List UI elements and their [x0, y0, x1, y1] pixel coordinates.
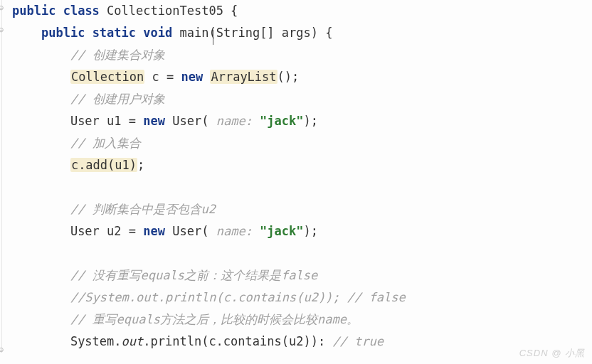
keyword: new — [143, 224, 165, 238]
code-line: User u2 = new User( name: "jack"); — [12, 220, 592, 242]
code-line: public class CollectionTest05 { — [12, 0, 592, 22]
code-line: // 加入集合 — [12, 132, 592, 154]
comment: // 加入集合 — [70, 136, 141, 150]
comment: // 创建用户对象 — [70, 92, 165, 106]
comment: //System.out.println(c.contains(u2)); //… — [70, 290, 406, 304]
code-line: //System.out.println(c.contains(u2)); //… — [12, 287, 592, 309]
keyword: static — [92, 26, 136, 40]
keyword: void — [143, 26, 172, 40]
fold-icon[interactable]: ⊖ — [0, 25, 7, 33]
highlighted-type: Collection — [70, 70, 144, 84]
parameter-hint: name: — [208, 224, 260, 238]
highlighted-call: c.add(u1) — [70, 158, 137, 172]
keyword: class — [63, 4, 100, 18]
comment: // 判断集合中是否包含u2 — [70, 202, 216, 216]
fold-icon[interactable]: ⊖ — [0, 345, 7, 353]
code-line — [12, 176, 592, 198]
comment: // 没有重写equals之前：这个结果是false — [70, 268, 317, 282]
code-line: Collection c = new ArrayList(); — [12, 66, 592, 88]
code-line: // 重写equals方法之后，比较的时候会比较name。 — [12, 309, 592, 331]
fold-icon[interactable]: ⊖ — [0, 3, 7, 11]
code-line — [12, 242, 592, 264]
watermark: CSDN @ 小黑 — [519, 347, 585, 360]
class-name: CollectionTest05 — [107, 4, 223, 18]
field-out: out — [122, 334, 144, 348]
code-line: public static void main(String[] args) { — [12, 22, 592, 44]
gutter: ⊖ ⊖ ⊖ — [0, 0, 7, 364]
keyword: public — [12, 4, 56, 18]
brace: { — [223, 4, 238, 18]
keyword: new — [181, 70, 203, 84]
code-line: // 没有重写equals之前：这个结果是false — [12, 264, 592, 287]
string-literal: "jack" — [260, 224, 303, 238]
code-line: // 判断集合中是否包含u2 — [12, 198, 592, 220]
type: String — [216, 26, 260, 40]
method-name: main — [180, 26, 209, 40]
code-line: System.out.println(c.contains(u2)): // t… — [12, 331, 592, 353]
code-line: User u1 = new User( name: "jack"); — [12, 110, 592, 132]
comment: // true — [332, 334, 384, 348]
keyword: new — [143, 114, 165, 128]
keyword: public — [41, 26, 85, 40]
code-line: // 创建用户对象 — [12, 88, 592, 110]
comment: // 重写equals方法之后，比较的时候会比较name。 — [70, 312, 359, 326]
code-line: // 创建集合对象 — [12, 44, 592, 66]
parameter-hint: name: — [208, 114, 260, 128]
string-literal: "jack" — [260, 114, 303, 128]
code-line: c.add(u1); — [12, 154, 592, 176]
highlighted-type: ArrayList — [210, 70, 277, 84]
code-editor[interactable]: public class CollectionTest05 { public s… — [1, 0, 592, 353]
comment: // 创建集合对象 — [70, 48, 165, 62]
